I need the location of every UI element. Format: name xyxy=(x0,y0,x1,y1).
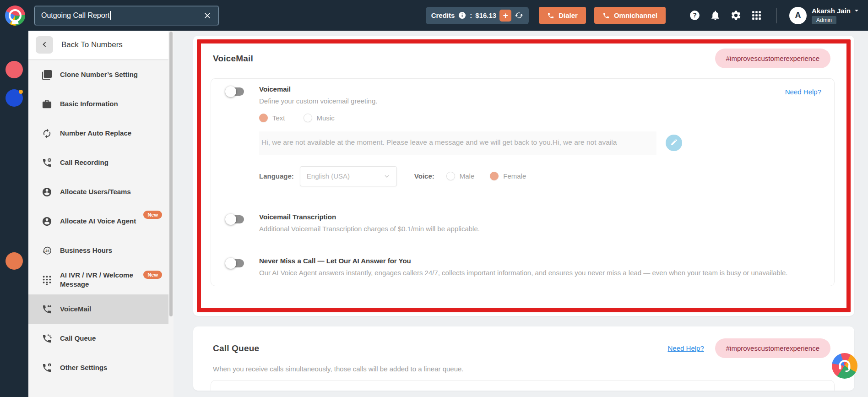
global-search-input[interactable]: Outgoing Call Report xyxy=(34,6,219,25)
notifications-bell-icon[interactable] xyxy=(710,10,721,21)
sidebar-item-label: Allocate AI Voice Agent xyxy=(60,217,136,226)
voicemail-row-title: Voicemail xyxy=(259,85,821,93)
phone-settings-icon xyxy=(42,363,52,373)
voicemail-toggle[interactable] xyxy=(228,87,244,96)
credits-colon: : xyxy=(470,11,472,19)
top-bar: Outgoing Call Report Credits : $16.13 + … xyxy=(0,0,868,31)
voicemail-settings-panel: Need Help? Voicemail Define your custom … xyxy=(211,78,835,286)
toggle-knob xyxy=(225,258,236,269)
ai-answer-row-desc: Our AI Voice Agent answers instantly, en… xyxy=(259,268,821,278)
voice-female-radio[interactable]: Female xyxy=(490,172,526,180)
greeting-text-value: Hi, we are not available at the moment. … xyxy=(261,138,617,147)
omnichannel-button[interactable]: Omnichannel xyxy=(594,7,666,24)
rail-item-inbox[interactable] xyxy=(5,89,23,107)
transcription-row-desc: Additional Voicemail Transcription charg… xyxy=(259,224,821,234)
sidebar-menu: Clone Number’s SettingBasic InformationN… xyxy=(28,59,168,382)
call-queue-icon xyxy=(42,333,52,344)
language-select[interactable]: English (USA) xyxy=(300,166,397,186)
rail-item-ai-assist[interactable] xyxy=(5,252,23,270)
avatar[interactable]: A xyxy=(789,7,807,24)
refresh-credits-icon[interactable] xyxy=(515,11,523,20)
greeting-type-music-radio[interactable]: Music xyxy=(304,114,335,122)
autorenew-icon xyxy=(42,128,52,139)
sidebar-item-label: Clone Number’s Setting xyxy=(60,70,138,79)
voicemail-icon xyxy=(42,304,52,315)
topbar-actions: Credits : $16.13 + Dialer Omnichannel ? xyxy=(426,6,868,24)
radio-label: Female xyxy=(503,172,526,180)
sidebar-scrollbar[interactable] xyxy=(168,31,174,397)
omnichannel-button-label: Omnichannel xyxy=(614,11,657,19)
language-select-value: English (USA) xyxy=(307,172,350,180)
app-page: Outgoing Call Report Credits : $16.13 + … xyxy=(0,0,868,397)
caret-down-icon xyxy=(852,6,861,15)
sidebar-item-label: Basic Information xyxy=(60,99,118,109)
voicemail-section-title: VoiceMail xyxy=(213,54,253,64)
call-queue-desc: When you receive calls simultaneously, t… xyxy=(213,365,831,373)
edit-greeting-button[interactable] xyxy=(666,135,682,151)
settings-gear-icon[interactable] xyxy=(730,10,742,21)
user-icon xyxy=(42,216,52,227)
search-input-value: Outgoing Call Report xyxy=(41,11,109,20)
sidebar-item-call-queue[interactable]: Call Queue xyxy=(28,324,168,353)
need-help-link[interactable]: Need Help? xyxy=(668,344,704,352)
call-queue-panel xyxy=(211,380,835,391)
pencil-icon xyxy=(670,138,678,147)
call-recording-icon xyxy=(42,158,52,168)
ai-answer-toggle[interactable] xyxy=(228,259,244,267)
greeting-text-input[interactable]: Hi, we are not available at the moment. … xyxy=(259,131,656,154)
transcription-row: Voicemail Transcription Additional Voice… xyxy=(224,213,821,234)
ai-answer-row-title: Never Miss a Call — Let Our AI Answer fo… xyxy=(259,257,821,265)
sidebar-header: Back To Numbers xyxy=(28,31,168,59)
sidebar-item-label: Number Auto Replace xyxy=(60,129,131,138)
app-logo-icon[interactable] xyxy=(5,5,25,26)
new-badge: New xyxy=(143,211,162,219)
sidebar-item-call-recording[interactable]: Call Recording xyxy=(28,148,168,177)
clone-icon xyxy=(42,70,52,80)
sidebar-item-allocate-ai-voice-agent[interactable]: Allocate AI Voice AgentNew xyxy=(28,207,168,236)
sidebar-item-clone-number-s-setting[interactable]: Clone Number’s Setting xyxy=(28,60,168,89)
toggle-knob xyxy=(225,86,236,97)
chevron-down-icon xyxy=(383,172,391,180)
info-icon[interactable] xyxy=(458,11,467,20)
back-label: Back To Numbers xyxy=(61,40,123,49)
sidebar-item-allocate-users-teams[interactable]: Allocate Users/Teams xyxy=(28,177,168,207)
user-icon xyxy=(42,187,52,197)
dialer-button[interactable]: Dialer xyxy=(539,7,586,24)
transcription-row-title: Voicemail Transcription xyxy=(259,213,821,221)
clear-search-icon[interactable] xyxy=(203,11,212,20)
phone-icon xyxy=(547,12,554,19)
sidebar-item-label: AI IVR / IVR / Welcome Message xyxy=(60,271,152,289)
icon-rail xyxy=(0,31,28,397)
sidebar-item-basic-information[interactable]: Basic Information xyxy=(28,89,168,119)
help-icon[interactable]: ? xyxy=(689,10,700,21)
credits-pill[interactable]: Credits : $16.13 + xyxy=(426,7,529,24)
sidebar-item-business-hours[interactable]: 24Business Hours xyxy=(28,236,168,265)
back-button[interactable] xyxy=(36,36,53,54)
radio-selected xyxy=(259,114,268,122)
text-cursor xyxy=(110,11,111,20)
sidebar-item-label: Call Queue xyxy=(60,334,96,343)
voicemail-row: Voicemail Define your custom voicemail g… xyxy=(224,85,821,186)
sidebar-item-label: Other Settings xyxy=(60,363,107,372)
voicemail-transcription-toggle[interactable] xyxy=(228,215,244,223)
support-chat-widget[interactable] xyxy=(832,353,857,379)
greeting-type-text-radio[interactable]: Text xyxy=(259,114,285,122)
sidebar-item-other-settings[interactable]: Other Settings xyxy=(28,353,168,382)
apps-grid-icon[interactable] xyxy=(751,10,762,21)
radio-unselected xyxy=(304,114,312,122)
number-settings-sidebar: Back To Numbers Clone Number’s SettingBa… xyxy=(28,31,168,397)
divider xyxy=(776,8,776,23)
sidebar-item-voicemail[interactable]: VoiceMail xyxy=(28,294,168,324)
rail-item-ai-agent[interactable] xyxy=(5,61,23,78)
radio-unselected xyxy=(446,172,455,180)
main-content: VoiceMail #improvescustomerexperience Ne… xyxy=(174,31,868,397)
sidebar-item-ai-ivr-ivr-welcome-message[interactable]: AI IVR / IVR / Welcome MessageNew xyxy=(28,265,168,294)
scrollbar-thumb[interactable] xyxy=(169,32,173,316)
sidebar-item-number-auto-replace[interactable]: Number Auto Replace xyxy=(28,119,168,148)
add-credits-button[interactable]: + xyxy=(499,10,511,22)
need-help-link[interactable]: Need Help? xyxy=(785,88,821,96)
voice-male-radio[interactable]: Male xyxy=(446,172,475,180)
user-menu[interactable]: A Akarsh Jain Admin xyxy=(789,6,861,24)
toggle-knob xyxy=(225,214,236,225)
back-chevron-icon xyxy=(39,39,49,51)
